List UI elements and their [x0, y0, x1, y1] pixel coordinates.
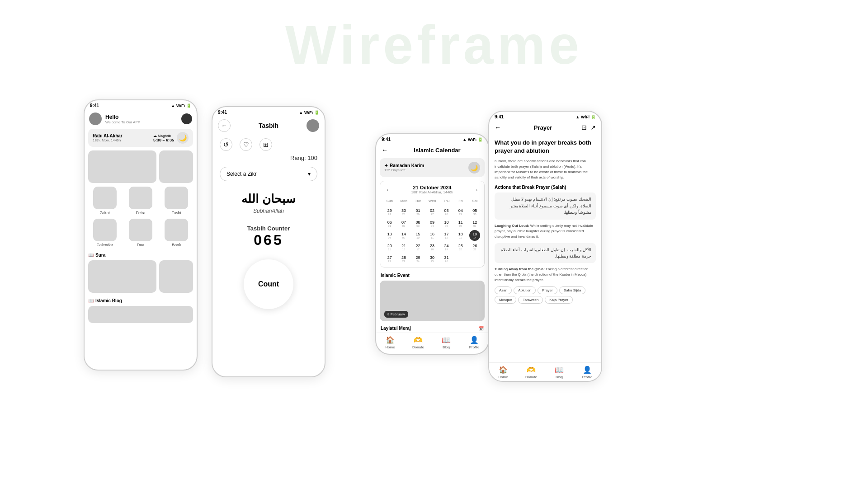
p3-cell-08[interactable]: 0803: [413, 218, 424, 229]
p3-cell-18[interactable]: 1813: [455, 230, 466, 241]
p1-icon-dua-label: Dua: [137, 243, 145, 247]
p2-rang: Rang: 100: [212, 155, 325, 161]
p3-cell-21[interactable]: 2116: [398, 242, 409, 253]
p1-sura-big[interactable]: [88, 260, 156, 293]
p2-counter-label: Tasbih Counter: [212, 225, 325, 232]
p3-cell-03[interactable]: 0328: [441, 206, 452, 217]
p3-cell-27[interactable]: 2722: [384, 253, 395, 264]
p2-back-button[interactable]: ←: [218, 119, 231, 132]
p1-icon-calendar[interactable]: Calendar: [88, 219, 121, 247]
p3-next-month[interactable]: →: [472, 186, 479, 193]
p3-cal-grid: 2924 3025 0126 0227 0328 0429 0530 0601 …: [380, 206, 484, 267]
p3-cell-26[interactable]: 2621: [469, 242, 480, 253]
p4-arabic-box-2: الأكل والشرب: إن تناول الطعام والشراب أث…: [495, 243, 596, 263]
p3-cell-02[interactable]: 0227: [427, 206, 438, 217]
p1-icon-book[interactable]: Book: [160, 219, 193, 247]
p1-icon-fetra-label: Fetra: [136, 211, 145, 215]
p3-cell-04[interactable]: 0429: [455, 206, 466, 217]
p1-time: 9:41: [90, 103, 99, 108]
p3-cell-07[interactable]: 0702: [398, 218, 409, 229]
p3-nav-donate-label: Donate: [412, 345, 424, 349]
p4-tag-ablution[interactable]: Ablution: [514, 286, 536, 294]
p4-tag-kaja[interactable]: Kaja Prayer: [545, 296, 573, 304]
p3-nav-home[interactable]: 🏠 Home: [376, 336, 404, 349]
p3-cell-24[interactable]: 2419: [441, 242, 452, 253]
p3-prev-month[interactable]: ←: [386, 186, 392, 193]
p4-tag-prayer[interactable]: Prayer: [538, 286, 557, 294]
p2-copy-icon[interactable]: ⊞: [259, 138, 272, 151]
p3-cell-10[interactable]: 1005: [441, 218, 452, 229]
p3-cell-19-today[interactable]: 1914: [469, 230, 480, 241]
p1-icon-zakat[interactable]: Zakat: [88, 187, 121, 215]
p4-nav-profile-label: Profile: [582, 375, 593, 379]
p4-status-bar: 9:41 ▲WiFi🔋: [489, 112, 601, 121]
watermark-text: Wireframe: [285, 14, 583, 76]
p3-cell-12[interactable]: 1207: [469, 218, 480, 229]
p1-icon-fetra[interactable]: Fetra: [124, 187, 157, 215]
p3-nav-profile[interactable]: 👤 Profile: [460, 336, 488, 349]
p3-nav-donate[interactable]: 🫶 Donate: [404, 336, 432, 349]
p1-blog-icon: 📖: [88, 298, 94, 303]
p3-star-icon: ✦: [384, 163, 388, 168]
p3-cell-09[interactable]: 0904: [427, 218, 438, 229]
p3-cell-30b[interactable]: 3025: [427, 253, 438, 264]
p1-settings-button[interactable]: [181, 113, 192, 124]
p4-tag-azan[interactable]: Azan: [495, 286, 512, 294]
p3-cell-20[interactable]: 2015: [384, 242, 395, 253]
p4-laughing-label: Laughing Out Loud:: [495, 224, 529, 228]
p3-cell-23[interactable]: 2318: [427, 242, 438, 253]
p2-time: 9:41: [218, 110, 227, 115]
p4-topbar: ← Prayer ⊡ ↗: [489, 121, 601, 134]
p4-back-button[interactable]: ←: [495, 124, 501, 131]
p3-cell-16[interactable]: 1611: [427, 230, 438, 241]
p3-blog-icon: 📖: [442, 336, 451, 344]
p4-tag-taraweeh[interactable]: Taraweeh: [518, 296, 543, 304]
p4-tag-mosque[interactable]: Mosque: [495, 296, 516, 304]
p1-icon-dua-box: [129, 219, 152, 241]
p3-back-button[interactable]: ←: [382, 146, 388, 154]
p3-day-mon: Mon: [397, 198, 410, 204]
p4-arabic-box-1: الضحك بصوت مرتفع: إن الانتسام يهدو ﻻ يبط…: [495, 192, 596, 219]
p3-cell-29a[interactable]: 2924: [384, 206, 395, 217]
p3-ramadan-bar: ✦ Ramadan Karim 125 Days left 🌙: [380, 158, 485, 177]
p3-nav-home-label: Home: [385, 345, 395, 349]
p3-donate-icon: 🫶: [414, 336, 423, 344]
p2-profile-button[interactable]: [307, 119, 319, 132]
p4-nav-donate[interactable]: 🫶 Donate: [517, 366, 545, 379]
p3-day-wed: Wed: [425, 198, 439, 204]
p3-cell-11[interactable]: 1106: [455, 218, 466, 229]
p2-zikr-dropdown[interactable]: Select a Zikr ▾: [220, 167, 317, 181]
p1-sura-small[interactable]: [159, 260, 193, 293]
p1-blog-card[interactable]: [88, 306, 193, 323]
p3-nav-blog[interactable]: 📖 Blog: [432, 336, 460, 349]
p3-cell-05[interactable]: 0530: [469, 206, 480, 217]
p3-cell-01[interactable]: 0126: [413, 206, 424, 217]
p3-calendar-icon: 📅: [478, 326, 484, 331]
p1-icon-tasbi[interactable]: Tasbi: [160, 187, 193, 215]
p2-refresh-icon[interactable]: ↺: [220, 138, 232, 151]
p4-tag-sahu[interactable]: Sahu Sijda: [559, 286, 586, 294]
p2-count-button[interactable]: Count: [244, 259, 293, 309]
p3-cell-14[interactable]: 1409: [398, 230, 409, 241]
p4-nav-profile[interactable]: 👤 Profile: [573, 366, 601, 379]
p3-cell-25[interactable]: 2520: [455, 242, 466, 253]
p4-share-icon[interactable]: ⊡: [581, 124, 587, 131]
p2-heart-icon[interactable]: ♡: [240, 138, 252, 151]
p3-cell-06[interactable]: 0601: [384, 218, 395, 229]
p1-icon-dua[interactable]: Dua: [124, 219, 157, 247]
p3-cell-31[interactable]: 3126: [441, 253, 452, 264]
p3-cell-29b[interactable]: 2924: [413, 253, 424, 264]
p1-banner-big[interactable]: [88, 150, 156, 183]
p4-nav-home[interactable]: 🏠 Home: [489, 366, 517, 379]
p1-banner-small[interactable]: [159, 150, 193, 183]
p3-cell-30a[interactable]: 3025: [398, 206, 409, 217]
p4-nav-blog[interactable]: 📖 Blog: [545, 366, 573, 379]
p3-cell-22[interactable]: 2217: [413, 242, 424, 253]
p3-cell-17[interactable]: 1712: [441, 230, 452, 241]
p4-tags: Azan Ablution Prayer Sahu Sijda Mosque T…: [495, 286, 596, 304]
p3-cell-13[interactable]: 1308: [384, 230, 395, 241]
p2-dropdown-label: Select a Zikr: [226, 171, 257, 177]
p4-forward-icon[interactable]: ↗: [590, 124, 596, 131]
p3-cell-28[interactable]: 2823: [398, 253, 409, 264]
p3-cell-15[interactable]: 1510: [413, 230, 424, 241]
